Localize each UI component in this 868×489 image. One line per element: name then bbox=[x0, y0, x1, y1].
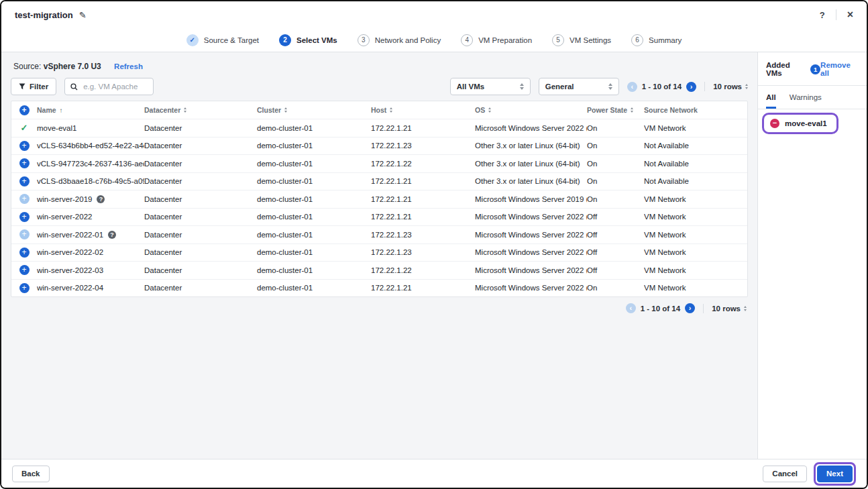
back-button[interactable]: Back bbox=[12, 466, 50, 482]
vm-filter-select[interactable]: All VMs bbox=[450, 78, 531, 95]
cell-host: 172.22.1.21 bbox=[371, 124, 475, 132]
vm-name-cell: vCLS-947723c4-2637-4136-aedb... bbox=[37, 160, 144, 168]
column-header-host[interactable]: Host bbox=[371, 106, 475, 114]
cell-cluster: demo-cluster-01 bbox=[257, 160, 371, 168]
close-icon[interactable]: × bbox=[847, 9, 853, 21]
stepper-step-network-and-policy[interactable]: 3Network and Policy bbox=[358, 34, 441, 46]
cell-datacenter: Datacenter bbox=[144, 195, 257, 203]
rows-per-page-select[interactable]: 10 rows bbox=[713, 83, 748, 91]
filter-button[interactable]: Filter bbox=[11, 78, 56, 95]
column-header-datacenter[interactable]: Datacenter bbox=[144, 106, 257, 114]
vm-name: vCLS-634b6bb4-ed52-4e22-a4c... bbox=[37, 142, 144, 150]
cell-source-network: VM Network bbox=[644, 266, 747, 274]
column-header-os[interactable]: OS bbox=[475, 106, 587, 114]
sort-asc-icon: ↑ bbox=[60, 107, 63, 114]
cell-power-state: On bbox=[587, 195, 644, 203]
source-label: Source: bbox=[13, 62, 41, 71]
next-page-button[interactable]: › bbox=[685, 303, 695, 313]
vm-name: vCLS-947723c4-2637-4136-aedb... bbox=[37, 160, 144, 168]
add-vm-button[interactable]: + bbox=[19, 248, 30, 258]
remove-all-link[interactable]: Remove all bbox=[820, 61, 860, 77]
cell-os: Microsoft Windows Server 2022 (... bbox=[475, 213, 587, 221]
column-header-power-state[interactable]: Power State bbox=[587, 106, 644, 114]
search-input[interactable] bbox=[82, 82, 148, 91]
add-vm-button[interactable]: + bbox=[19, 176, 30, 186]
table-controls: Filter All VMs General bbox=[11, 78, 748, 95]
added-vms-list: −move-eval1 bbox=[758, 109, 867, 138]
controls-divider bbox=[703, 304, 704, 313]
help-icon: ? bbox=[108, 231, 116, 239]
next-button[interactable]: Next bbox=[817, 466, 853, 482]
cell-host: 172.22.1.23 bbox=[371, 231, 475, 239]
added-vm-name: move-eval1 bbox=[785, 119, 827, 127]
step-label: Select VMs bbox=[296, 36, 337, 44]
stepper-step-vm-preparation[interactable]: 4VM Preparation bbox=[461, 34, 532, 46]
cell-power-state: On bbox=[587, 177, 644, 185]
prev-page-button[interactable]: ‹ bbox=[626, 303, 636, 313]
cell-datacenter: Datacenter bbox=[144, 142, 257, 150]
page-range-label: 1 - 10 of 14 bbox=[641, 305, 680, 313]
tab-warnings[interactable]: Warnings bbox=[790, 93, 822, 109]
vm-table: + Name ↑ Datacenter Cluster bbox=[11, 101, 748, 297]
vm-added-check-icon[interactable]: ✓ bbox=[19, 123, 30, 133]
refresh-link[interactable]: Refresh bbox=[114, 62, 143, 70]
chevron-updown-icon bbox=[744, 306, 747, 311]
cell-source-network: VM Network bbox=[644, 195, 747, 203]
stepper-step-vm-settings[interactable]: 5VM Settings bbox=[552, 34, 611, 46]
add-vm-button[interactable]: + bbox=[19, 141, 30, 151]
cell-os: Microsoft Windows Server 2022 (... bbox=[475, 231, 587, 239]
cancel-button[interactable]: Cancel bbox=[763, 466, 807, 482]
table-row: +win-server-2022Datacenterdemo-cluster-0… bbox=[11, 208, 747, 226]
cell-os: Other 3.x or later Linux (64-bit) bbox=[475, 142, 587, 150]
rows-label: 10 rows bbox=[712, 305, 741, 313]
help-button[interactable]: ? bbox=[820, 10, 825, 20]
cell-cluster: demo-cluster-01 bbox=[257, 213, 371, 221]
step-label: Source & Target bbox=[204, 36, 259, 44]
add-vm-button[interactable]: + bbox=[19, 265, 30, 275]
source-info: Source: vSphere 7.0 U3 Refresh bbox=[13, 62, 745, 71]
cell-datacenter: Datacenter bbox=[144, 231, 257, 239]
cell-datacenter: Datacenter bbox=[144, 248, 257, 256]
cell-datacenter: Datacenter bbox=[144, 160, 257, 168]
cell-datacenter: Datacenter bbox=[144, 266, 257, 274]
add-vm-button[interactable]: + bbox=[19, 212, 30, 222]
vm-filter-value: All VMs bbox=[457, 83, 485, 91]
stepper-step-source-target[interactable]: ✓Source & Target bbox=[186, 34, 259, 46]
content-area: Source: vSphere 7.0 U3 Refresh Filter bbox=[1, 52, 867, 459]
added-vm-item[interactable]: −move-eval1 bbox=[762, 113, 838, 134]
next-button-annotation: Next bbox=[814, 462, 856, 486]
vm-name: win-server-2019 bbox=[37, 195, 92, 203]
rows-per-page-select[interactable]: 10 rows bbox=[712, 305, 747, 313]
add-vm-button[interactable]: + bbox=[19, 229, 30, 239]
rows-label: 10 rows bbox=[713, 83, 742, 91]
column-header-name[interactable]: Name ↑ bbox=[37, 106, 144, 114]
next-page-button[interactable]: › bbox=[686, 82, 696, 92]
cell-host: 172.22.1.22 bbox=[371, 160, 475, 168]
filter-label: Filter bbox=[30, 83, 48, 91]
sort-icon bbox=[631, 107, 633, 113]
sort-icon bbox=[184, 107, 186, 113]
table-header-row: + Name ↑ Datacenter Cluster bbox=[11, 101, 747, 119]
cell-cluster: demo-cluster-01 bbox=[257, 266, 371, 274]
step-label: Summary bbox=[649, 36, 682, 44]
category-filter-select[interactable]: General bbox=[539, 78, 619, 95]
tab-all[interactable]: All bbox=[766, 93, 776, 109]
stepper-step-summary[interactable]: 6Summary bbox=[631, 34, 682, 46]
cell-source-network: VM Network bbox=[644, 213, 747, 221]
wizard-stepper: ✓Source & Target2Select VMs3Network and … bbox=[186, 34, 682, 46]
prev-page-button[interactable]: ‹ bbox=[627, 82, 637, 92]
vm-name-cell: win-server-2022 bbox=[37, 213, 144, 221]
add-vm-button[interactable]: + bbox=[19, 158, 30, 168]
cell-os: Microsoft Windows Server 2019 (... bbox=[475, 195, 587, 203]
add-vm-button[interactable]: + bbox=[19, 283, 30, 293]
vm-name: win-server-2022 bbox=[37, 213, 92, 221]
remove-vm-icon[interactable]: − bbox=[770, 119, 779, 128]
column-header-cluster[interactable]: Cluster bbox=[257, 106, 371, 114]
add-vm-button[interactable]: + bbox=[19, 194, 30, 204]
cell-host: 172.22.1.21 bbox=[371, 284, 475, 292]
stepper-step-select-vms[interactable]: 2Select VMs bbox=[279, 34, 337, 46]
table-row: +vCLS-947723c4-2637-4136-aedb...Datacent… bbox=[11, 154, 747, 172]
edit-title-icon[interactable]: ✎ bbox=[79, 10, 87, 20]
page-range-label: 1 - 10 of 14 bbox=[642, 83, 682, 91]
add-all-button[interactable]: + bbox=[19, 105, 30, 115]
